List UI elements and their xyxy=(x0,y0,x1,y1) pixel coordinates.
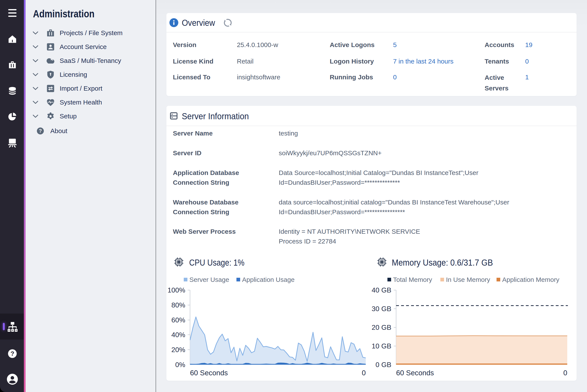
svg-text:40 GB: 40 GB xyxy=(372,286,391,294)
svg-text:Application Usage: Application Usage xyxy=(242,276,295,283)
svg-text:0: 0 xyxy=(362,369,366,377)
svg-text:Total Memory: Total Memory xyxy=(393,276,432,283)
svg-text:Application Memory: Application Memory xyxy=(502,276,559,283)
svg-text:0 GB: 0 GB xyxy=(375,361,391,368)
svg-text:80%: 80% xyxy=(171,301,185,309)
svg-text:0: 0 xyxy=(563,369,567,377)
svg-text:20 GB: 20 GB xyxy=(372,324,391,331)
svg-text:30 GB: 30 GB xyxy=(372,305,391,313)
svg-text:20%: 20% xyxy=(171,346,185,354)
svg-text:0%: 0% xyxy=(175,361,185,368)
svg-text:60 Seconds: 60 Seconds xyxy=(190,369,228,377)
svg-text:In Use Memory: In Use Memory xyxy=(446,276,490,283)
svg-text:60 Seconds: 60 Seconds xyxy=(396,369,434,377)
svg-text:100%: 100% xyxy=(168,286,185,294)
svg-text:Memory Usage: 0.6/31.7 GB: Memory Usage: 0.6/31.7 GB xyxy=(392,258,493,268)
svg-text:CPU Usage: 1%: CPU Usage: 1% xyxy=(189,258,244,268)
svg-text:10 GB: 10 GB xyxy=(372,342,391,350)
svg-text:40%: 40% xyxy=(171,331,185,339)
svg-text:60%: 60% xyxy=(171,316,185,324)
svg-text:Server Usage: Server Usage xyxy=(189,276,229,283)
